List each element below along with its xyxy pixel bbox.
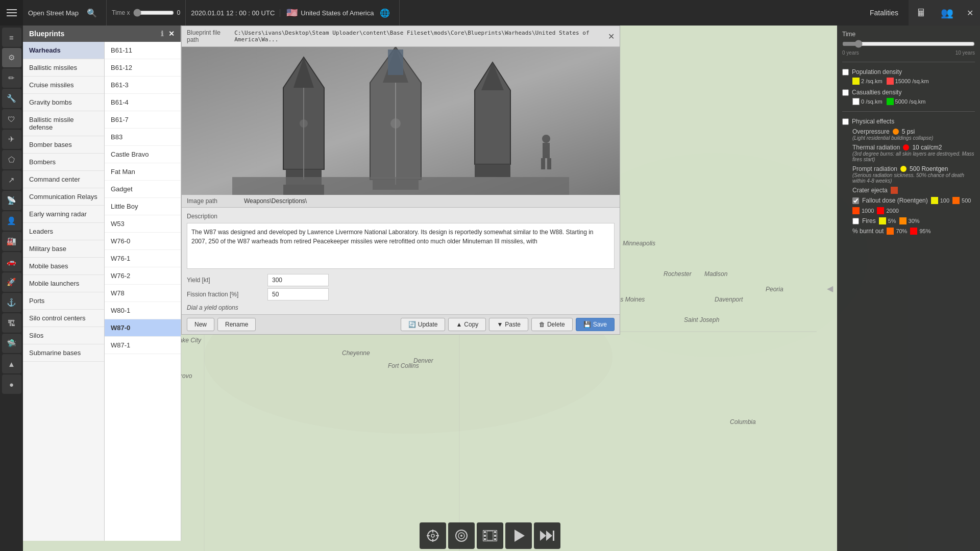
blueprint-item-w87-1[interactable]: W87-1	[105, 337, 181, 354]
sidebar-icon-vehicle[interactable]: 🚗	[2, 252, 21, 271]
globe-icon[interactable]: 🌐	[377, 8, 393, 18]
category-item-submarine-bases[interactable]: Submarine bases	[23, 344, 104, 362]
sidebar-icon-circle[interactable]: ●	[2, 374, 21, 394]
copy-button[interactable]: ▲ Copy	[448, 318, 486, 331]
sidebar-icon-pentagon[interactable]: ⬠	[2, 150, 21, 169]
cas-density-checkbox[interactable]	[842, 89, 849, 96]
sidebar-icon-triangle[interactable]: ▲	[2, 354, 21, 373]
category-item-mobile-bases[interactable]: Mobile bases	[23, 258, 104, 275]
blueprint-item-little-boy[interactable]: Little Boy	[105, 198, 181, 215]
expand-arrow[interactable]: ◀	[827, 284, 833, 293]
blueprint-item-b61-11[interactable]: B61-11	[105, 42, 181, 59]
sidebar-icon-person[interactable]: 👤	[2, 211, 21, 231]
category-item-warheads[interactable]: Warheads	[23, 42, 104, 59]
sidebar-icon-shield[interactable]: 🛡	[2, 109, 21, 129]
category-item-bomber-bases[interactable]: Bomber bases	[23, 136, 104, 154]
hamburger-button[interactable]	[0, 0, 23, 26]
skip-button[interactable]	[534, 522, 560, 549]
blueprint-item-b61-3[interactable]: B61-3	[105, 77, 181, 94]
category-item-early-warning-radar[interactable]: Early warning radar	[23, 206, 104, 223]
prompt-radio[interactable]	[900, 166, 906, 172]
blueprint-item-gadget[interactable]: Gadget	[105, 181, 181, 198]
new-button[interactable]: New	[187, 318, 214, 331]
items-column: B61-11B61-12B61-3B61-4B61-7B83Castle Bra…	[105, 42, 181, 541]
category-item-bombers[interactable]: Bombers	[23, 154, 104, 171]
fires-legend-5: 5%	[879, 217, 896, 224]
delete-button[interactable]: 🗑 Delete	[531, 318, 573, 331]
category-item-ballistic-missiles[interactable]: Ballistic missiles	[23, 59, 104, 77]
paste-button[interactable]: ▼ Paste	[489, 318, 528, 331]
sidebar-icon-plane[interactable]: ✈	[2, 130, 21, 149]
blueprint-item-w87-0[interactable]: W87-0	[105, 319, 181, 337]
blueprint-item-b61-7[interactable]: B61-7	[105, 111, 181, 129]
blueprint-item-b83[interactable]: B83	[105, 129, 181, 146]
sidebar-icon-anchor[interactable]: ⚓	[2, 293, 21, 312]
sidebar-icon-settings[interactable]: ⚙	[2, 48, 21, 67]
category-item-silos[interactable]: Silos	[23, 327, 104, 344]
fallout-checkbox[interactable]	[852, 197, 859, 204]
sidebar-icon-arrow[interactable]: ↗	[2, 170, 21, 190]
blueprint-item-w53[interactable]: W53	[105, 215, 181, 233]
search-button[interactable]: 🔍	[83, 8, 101, 18]
blueprint-item-castle-bravo[interactable]: Castle Bravo	[105, 146, 181, 163]
fires-checkbox[interactable]	[852, 218, 859, 224]
physical-effects-checkbox[interactable]	[842, 118, 849, 125]
sidebar-icon-factory[interactable]: 🏭	[2, 232, 21, 251]
dial-yield-label[interactable]: Dial a yield options	[187, 304, 238, 311]
copy-icon: ▲	[456, 321, 462, 328]
thermal-radio[interactable]	[903, 144, 909, 151]
close-top-button[interactable]: ✕	[960, 0, 980, 26]
category-item-silo-control-centers[interactable]: Silo control centers	[23, 310, 104, 327]
blueprint-item-w80-1[interactable]: W80-1	[105, 302, 181, 319]
category-item-ports[interactable]: Ports	[23, 292, 104, 310]
fission-input[interactable]	[267, 288, 329, 300]
calculator-button[interactable]: 🖩	[909, 0, 934, 26]
category-item-mobile-launchers[interactable]: Mobile launchers	[23, 275, 104, 292]
blueprint-item-w78[interactable]: W78	[105, 285, 181, 302]
prompt-row: Prompt radiation 500 Roentgen	[852, 165, 975, 172]
sidebar-icon-layers[interactable]: ≡	[2, 28, 21, 47]
blueprint-item-b61-12[interactable]: B61-12	[105, 59, 181, 77]
yield-row: Yield [kt]	[187, 274, 615, 286]
save-button[interactable]: 💾 Save	[576, 318, 615, 331]
category-item-gravity-bombs[interactable]: Gravity bombs	[23, 94, 104, 111]
time-slider[interactable]	[133, 9, 174, 17]
update-button[interactable]: 🔄 Update	[401, 318, 446, 331]
blueprint-item-w76-2[interactable]: W76-2	[105, 267, 181, 285]
time-section-slider[interactable]	[842, 40, 975, 48]
sidebar-icon-tools[interactable]: 🔧	[2, 89, 21, 108]
sidebar-icon-silo[interactable]: 🏗	[2, 313, 21, 333]
blueprint-close-button[interactable]: ✕	[168, 30, 175, 38]
sidebar-icon-edit[interactable]: ✏	[2, 68, 21, 88]
overpressure-radio[interactable]	[893, 129, 899, 135]
users-button[interactable]: 👥	[934, 0, 960, 26]
crosshair-button[interactable]	[420, 522, 446, 549]
blueprint-info-button[interactable]: ℹ	[161, 30, 163, 38]
blueprint-item-fat-man[interactable]: Fat Man	[105, 163, 181, 181]
pop-density-checkbox[interactable]	[842, 69, 849, 76]
rename-button[interactable]: Rename	[217, 318, 256, 331]
blueprint-item-b61-4[interactable]: B61-4	[105, 94, 181, 111]
detail-path-value: C:\Users\ivans\Desktop\Steam Uploader\co…	[234, 30, 604, 43]
svg-rect-43	[494, 531, 496, 533]
category-item-communication-relays[interactable]: Communication Relays	[23, 188, 104, 206]
category-item-ballistic-missile-defense[interactable]: Ballistic missile defense	[23, 111, 104, 136]
blueprint-item-w76-0[interactable]: W76-0	[105, 233, 181, 250]
category-item-cruise-missiles[interactable]: Cruise missiles	[23, 77, 104, 94]
sidebar-icon-satellite[interactable]: 🛸	[2, 334, 21, 353]
sidebar-icon-radar[interactable]: 📡	[2, 191, 21, 210]
category-item-command-center[interactable]: Command center	[23, 171, 104, 188]
blueprint-item-w76-1[interactable]: W76-1	[105, 250, 181, 267]
yield-input[interactable]	[267, 274, 329, 286]
play-button[interactable]	[505, 522, 532, 549]
paste-icon: ▼	[497, 321, 503, 328]
legend-box-white	[852, 98, 860, 105]
film-button[interactable]	[477, 522, 503, 549]
cas-density-legend: 0 /sq.km 5000 /sq.km	[842, 98, 975, 105]
detail-close-button[interactable]: ✕	[608, 32, 615, 41]
svg-rect-29	[547, 158, 551, 169]
category-item-leaders[interactable]: Leaders	[23, 223, 104, 240]
sidebar-icon-missile[interactable]: 🚀	[2, 272, 21, 292]
category-item-military-base[interactable]: Military base	[23, 240, 104, 258]
target-button[interactable]	[448, 522, 475, 549]
